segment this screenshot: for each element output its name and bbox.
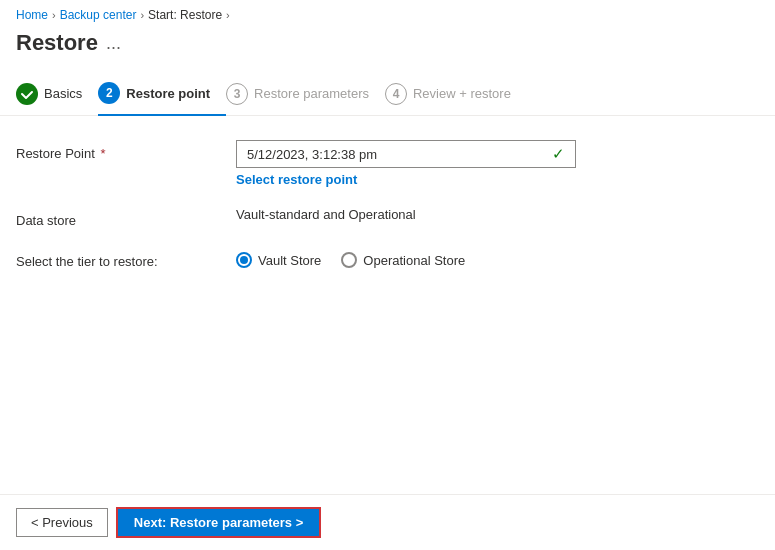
restore-point-input[interactable]: 5/12/2023, 3:12:38 pm ✓ [236, 140, 576, 168]
next-button[interactable]: Next: Restore parameters > [116, 507, 321, 538]
tier-operational-store[interactable]: Operational Store [341, 252, 465, 268]
breadcrumb-backup-center[interactable]: Backup center [60, 8, 137, 22]
step-basics[interactable]: Basics [16, 73, 98, 115]
step-restore-parameters-circle: 3 [226, 83, 248, 105]
data-store-control: Vault-standard and Operational [236, 207, 759, 222]
steps-navigation: Basics 2 Restore point 3 Restore paramet… [0, 72, 775, 116]
footer: < Previous Next: Restore parameters > [0, 494, 775, 550]
tier-operational-store-label: Operational Store [363, 253, 465, 268]
tier-vault-store[interactable]: Vault Store [236, 252, 321, 268]
radio-vault-store[interactable] [236, 252, 252, 268]
restore-point-check-icon: ✓ [552, 145, 565, 163]
tier-control: Vault Store Operational Store [236, 248, 759, 268]
previous-button[interactable]: < Previous [16, 508, 108, 537]
restore-point-control: 5/12/2023, 3:12:38 pm ✓ Select restore p… [236, 140, 759, 187]
select-restore-point-link[interactable]: Select restore point [236, 172, 357, 187]
step-review-restore[interactable]: 4 Review + restore [385, 73, 527, 115]
main-content: Restore Point * 5/12/2023, 3:12:38 pm ✓ … [0, 116, 775, 305]
step-restore-point-circle: 2 [98, 82, 120, 104]
page-title: Restore [16, 30, 98, 56]
data-store-value: Vault-standard and Operational [236, 201, 416, 222]
required-star: * [97, 146, 106, 161]
step-review-restore-circle: 4 [385, 83, 407, 105]
step-basics-label: Basics [44, 86, 82, 101]
page-more-options[interactable]: ... [106, 33, 121, 54]
breadcrumb-sep-1: › [52, 9, 56, 21]
breadcrumb-current: Start: Restore [148, 8, 222, 22]
breadcrumb-home[interactable]: Home [16, 8, 48, 22]
step-review-restore-label: Review + restore [413, 86, 511, 101]
restore-point-row: Restore Point * 5/12/2023, 3:12:38 pm ✓ … [16, 140, 759, 187]
data-store-row: Data store Vault-standard and Operationa… [16, 207, 759, 228]
page-title-row: Restore ... [0, 26, 775, 72]
breadcrumb-sep-2: › [140, 9, 144, 21]
radio-operational-store[interactable] [341, 252, 357, 268]
tier-options: Vault Store Operational Store [236, 248, 759, 268]
breadcrumb-sep-3: › [226, 9, 230, 21]
tier-label: Select the tier to restore: [16, 248, 236, 269]
step-basics-circle [16, 83, 38, 105]
tier-row: Select the tier to restore: Vault Store … [16, 248, 759, 269]
step-restore-point[interactable]: 2 Restore point [98, 72, 226, 116]
restore-point-value: 5/12/2023, 3:12:38 pm [247, 147, 377, 162]
restore-point-label: Restore Point * [16, 140, 236, 161]
breadcrumb: Home › Backup center › Start: Restore › [0, 0, 775, 26]
step-restore-parameters[interactable]: 3 Restore parameters [226, 73, 385, 115]
tier-vault-store-label: Vault Store [258, 253, 321, 268]
step-restore-point-label: Restore point [126, 86, 210, 101]
step-restore-parameters-label: Restore parameters [254, 86, 369, 101]
data-store-label: Data store [16, 207, 236, 228]
